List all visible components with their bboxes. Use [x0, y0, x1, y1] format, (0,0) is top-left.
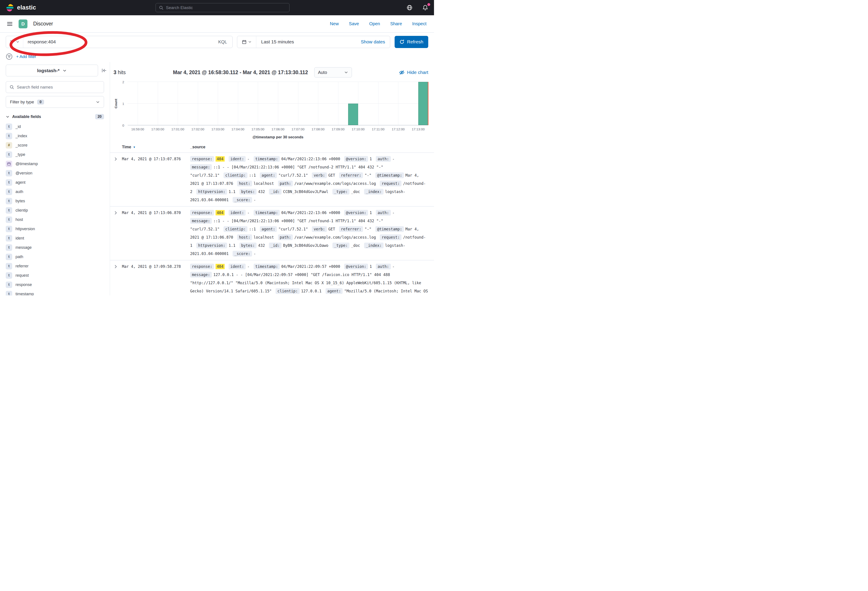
field-item-clientip[interactable]: tclientip [0, 205, 110, 215]
source-field-value: GET [328, 227, 335, 231]
row-source: response:404ident:-timestamp:04/Mar/2021… [190, 155, 428, 204]
field-search[interactable] [6, 81, 104, 93]
menu-icon[interactable] [7, 21, 13, 27]
interval-select[interactable]: Auto [314, 67, 352, 77]
expand-row-button[interactable] [112, 157, 119, 161]
chart-gridline [158, 82, 158, 125]
field-item-message[interactable]: tmessage [0, 243, 110, 252]
field-type-string-icon: t [6, 151, 12, 158]
global-search-input[interactable] [166, 5, 286, 10]
add-filter-button[interactable]: + Add filter [16, 54, 36, 59]
time-range-value[interactable]: Last 15 minutes [256, 39, 356, 44]
row-source: response:404ident:-timestamp:04/Mar/2021… [190, 263, 428, 296]
source-field-key: httpversion: [196, 189, 227, 195]
expand-row-button[interactable] [112, 211, 119, 215]
inspect-button[interactable]: Inspect [412, 21, 427, 27]
field-item-response[interactable]: tresponse [0, 280, 110, 289]
collapse-sidebar-icon[interactable] [101, 67, 108, 74]
field-item-path[interactable]: tpath [0, 252, 110, 262]
field-item-agent[interactable]: tagent [0, 178, 110, 187]
source-field-value: _doc [351, 189, 360, 194]
filter-by-type-select[interactable]: Filter by type 0 [6, 96, 104, 108]
field-name: timestamp [15, 292, 34, 296]
field-item-version[interactable]: t@version [0, 168, 110, 178]
app-header: D Discover NewSaveOpenShareInspect [0, 15, 434, 33]
field-item-index[interactable]: t_index [0, 131, 110, 140]
refresh-button[interactable]: Refresh [395, 36, 428, 48]
source-field-value: - [247, 264, 249, 269]
field-item-auth[interactable]: tauth [0, 187, 110, 197]
new-button[interactable]: New [330, 21, 339, 27]
source-field-value: - [247, 210, 249, 215]
field-type-string-icon: t [6, 244, 12, 251]
chart-bar[interactable] [418, 82, 428, 125]
source-field-key: response: [190, 210, 214, 216]
source-field-key: message: [190, 164, 212, 170]
field-type-string-icon: t [6, 124, 12, 130]
query-language-button[interactable]: KQL [213, 39, 232, 44]
global-search[interactable] [156, 3, 289, 12]
fields-sidebar: logstash-* Filter by type 0 Available fi… [0, 62, 110, 296]
field-name: @timestamp [15, 162, 38, 166]
expand-row-button[interactable] [112, 264, 119, 269]
page-title: Discover [33, 21, 53, 27]
discover-app-badge: D [19, 19, 27, 28]
row-time: Mar 4, 2021 @ 17:09:58.278 [122, 263, 190, 271]
available-fields-header[interactable]: Available fields 20 [0, 108, 110, 122]
alerts-bell-icon[interactable] [422, 4, 428, 10]
chart-gridline [258, 82, 258, 125]
field-item-referrer[interactable]: treferrer [0, 262, 110, 271]
chart-y-axis-label: Count [114, 99, 118, 108]
source-field-key: @version: [344, 264, 368, 269]
source-field-key: agent: [326, 288, 342, 294]
circled-filter-icon[interactable] [6, 53, 13, 60]
results-header: 3 hits Mar 4, 2021 @ 16:58:30.112 - Mar … [110, 62, 434, 81]
field-type-string-icon: t [6, 133, 12, 139]
field-item-host[interactable]: thost [0, 215, 110, 224]
source-field-value: localhost [254, 181, 274, 186]
source-field-value: ::1 [249, 173, 256, 177]
field-item-bytes[interactable]: tbytes [0, 197, 110, 205]
source-field-key: path: [278, 234, 293, 240]
column-header-time[interactable]: Time ▼ [122, 145, 190, 149]
save-button[interactable]: Save [349, 21, 359, 27]
elastic-home-link[interactable]: elastic [6, 3, 36, 12]
field-item-score[interactable]: #_score [0, 140, 110, 150]
field-item-id[interactable]: t_id [0, 122, 110, 131]
date-picker-calendar-button[interactable] [237, 36, 256, 48]
query-input[interactable] [23, 39, 213, 44]
globe-icon[interactable] [407, 4, 413, 10]
field-name: _id [15, 124, 21, 129]
open-button[interactable]: Open [369, 21, 380, 27]
field-item-type[interactable]: t_type [0, 150, 110, 159]
saved-query-menu-button[interactable] [6, 36, 23, 48]
show-dates-button[interactable]: Show dates [356, 39, 390, 44]
field-item-httpversion[interactable]: thttpversion [0, 224, 110, 233]
topbar-actions [407, 4, 428, 10]
chevron-down-icon [96, 100, 100, 104]
source-field-key: path: [278, 180, 293, 186]
chart-y-tick: 1 [123, 102, 124, 105]
chart-bar[interactable] [348, 103, 358, 125]
hide-chart-button[interactable]: Hide chart [399, 70, 428, 75]
source-field-key: response: [190, 264, 214, 269]
field-item-ident[interactable]: tident [0, 233, 110, 243]
field-item-timestamp[interactable]: @timestamp [0, 159, 110, 168]
source-field-key: referrer: [339, 173, 363, 178]
source-field-key: _id: [269, 189, 282, 195]
field-item-request[interactable]: trequest [0, 271, 110, 280]
chart-y-tick: 0 [123, 124, 124, 127]
chart-x-tick: 17:10:00 [352, 127, 365, 131]
row-time: Mar 4, 2021 @ 17:13:06.870 [122, 209, 190, 217]
field-search-input[interactable] [17, 85, 100, 90]
share-button[interactable]: Share [390, 21, 402, 27]
field-name: request [15, 273, 29, 278]
elastic-logo [6, 3, 14, 12]
source-field-value: CCBN_3cB04dGovJLPawl [283, 189, 328, 194]
source-field-value: - [393, 157, 395, 161]
chart-x-tick: 17:08:00 [311, 127, 325, 131]
index-pattern-select[interactable]: logstash-* [6, 65, 98, 76]
chart-gridline [238, 82, 238, 125]
filter-bar: + Add filter [0, 51, 434, 62]
field-item-timestamp[interactable]: ttimestamp [0, 289, 110, 296]
